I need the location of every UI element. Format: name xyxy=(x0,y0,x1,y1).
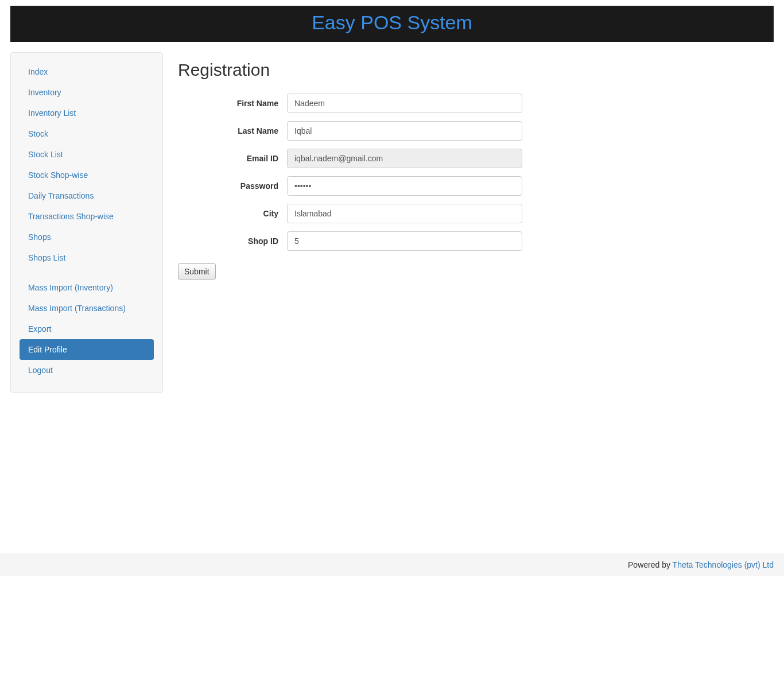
footer-company-link[interactable]: Theta Technologies (pvt) Ltd xyxy=(673,560,774,569)
sidebar-link[interactable]: Inventory xyxy=(20,82,154,103)
last-name-label: Last Name xyxy=(178,126,287,135)
password-input[interactable] xyxy=(287,176,522,196)
sidebar-link[interactable]: Shops List xyxy=(20,247,154,268)
submit-button[interactable]: Submit xyxy=(178,263,216,280)
first-name-label: First Name xyxy=(178,99,287,108)
sidebar-item-stock-list[interactable]: Stock List xyxy=(20,144,154,165)
sidebar-link[interactable]: Shops xyxy=(20,227,154,247)
header-banner: Easy POS System xyxy=(10,6,774,42)
sidebar-item-stock[interactable]: Stock xyxy=(20,123,154,144)
shop-id-label: Shop ID xyxy=(178,236,287,246)
sidebar-link[interactable]: Mass Import (Inventory) xyxy=(20,277,154,298)
sidebar-item-transactions-shopwise[interactable]: Transactions Shop-wise xyxy=(20,206,154,227)
sidebar-item-index[interactable]: Index xyxy=(20,61,154,82)
city-label: City xyxy=(178,209,287,218)
registration-form: First Name Last Name Email ID Password C xyxy=(178,94,774,280)
sidebar-item-mass-import-transactions[interactable]: Mass Import (Transactions) xyxy=(20,298,154,319)
sidebar-item-shops[interactable]: Shops xyxy=(20,227,154,247)
footer: Powered by Theta Technologies (pvt) Ltd xyxy=(0,553,784,576)
sidebar-item-edit-profile[interactable]: Edit Profile xyxy=(20,339,154,360)
sidebar-link[interactable]: Edit Profile xyxy=(20,339,154,360)
sidebar-item-export[interactable]: Export xyxy=(20,319,154,339)
sidebar-link[interactable]: Stock Shop-wise xyxy=(20,165,154,185)
sidebar-link[interactable]: Export xyxy=(20,319,154,339)
form-row-last-name: Last Name xyxy=(178,121,774,141)
sidebar-link[interactable]: Stock xyxy=(20,123,154,144)
email-input xyxy=(287,149,522,168)
footer-powered-by: Powered by xyxy=(628,560,673,569)
email-label: Email ID xyxy=(178,154,287,163)
form-row-email: Email ID xyxy=(178,149,774,168)
form-row-city: City xyxy=(178,204,774,223)
first-name-input[interactable] xyxy=(287,94,522,113)
sidebar-item-shops-list[interactable]: Shops List xyxy=(20,247,154,268)
form-row-password: Password xyxy=(178,176,774,196)
sidebar-item-stock-shopwise[interactable]: Stock Shop-wise xyxy=(20,165,154,185)
app-title: Easy POS System xyxy=(10,11,774,34)
form-row-shop-id: Shop ID xyxy=(178,231,774,251)
sidebar-link[interactable]: Stock List xyxy=(20,144,154,165)
form-row-first-name: First Name xyxy=(178,94,774,113)
sidebar-link[interactable]: Inventory List xyxy=(20,103,154,123)
sidebar-link[interactable]: Index xyxy=(20,61,154,82)
shop-id-input[interactable] xyxy=(287,231,522,251)
sidebar-item-inventory[interactable]: Inventory xyxy=(20,82,154,103)
sidebar-link[interactable]: Transactions Shop-wise xyxy=(20,206,154,227)
sidebar: Index Inventory Inventory List Stock Sto… xyxy=(10,52,163,393)
page-title: Registration xyxy=(178,60,774,80)
sidebar-item-inventory-list[interactable]: Inventory List xyxy=(20,103,154,123)
city-input[interactable] xyxy=(287,204,522,223)
sidebar-nav: Index Inventory Inventory List Stock Sto… xyxy=(20,61,154,381)
last-name-input[interactable] xyxy=(287,121,522,141)
password-label: Password xyxy=(178,181,287,191)
sidebar-link[interactable]: Daily Transactions xyxy=(20,185,154,206)
main-content: Registration First Name Last Name Email … xyxy=(163,52,774,280)
sidebar-spacer xyxy=(20,268,154,277)
sidebar-link[interactable]: Logout xyxy=(20,360,154,381)
sidebar-item-mass-import-inventory[interactable]: Mass Import (Inventory) xyxy=(20,277,154,298)
sidebar-item-logout[interactable]: Logout xyxy=(20,360,154,381)
sidebar-link[interactable]: Mass Import (Transactions) xyxy=(20,298,154,319)
sidebar-item-daily-transactions[interactable]: Daily Transactions xyxy=(20,185,154,206)
